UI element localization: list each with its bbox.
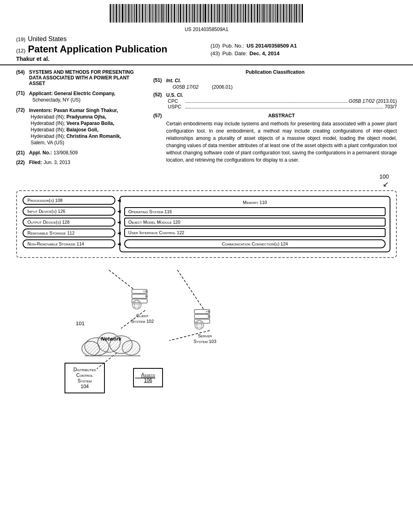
filed-num: (22) — [16, 160, 27, 165]
filed-section: (22) Filed: Jun. 3, 2013 — [16, 160, 145, 165]
inventor5-addr: Salem, VA (US) — [29, 140, 64, 145]
svg-rect-79 — [231, 4, 232, 23]
svg-rect-64 — [208, 4, 209, 23]
cpc-label: CPC — [168, 98, 184, 104]
network-text: Network — [101, 336, 121, 342]
svg-rect-24 — [147, 4, 147, 23]
svg-rect-6 — [119, 4, 120, 23]
assets-label: Assets106 — [141, 372, 155, 383]
svg-rect-14 — [131, 4, 132, 23]
svg-rect-103 — [268, 4, 269, 23]
int-cl-label: Int. Cl. — [166, 78, 181, 83]
svg-rect-7 — [121, 4, 121, 23]
svg-rect-81 — [234, 4, 235, 23]
main-content: (54) SYSTEMS AND METHODS FOR PRESENTING … — [0, 65, 413, 169]
svg-rect-106 — [273, 4, 273, 23]
title-section: (54) SYSTEMS AND METHODS FOR PRESENTING … — [16, 69, 145, 86]
svg-point-144 — [145, 295, 148, 297]
removable-storage-label: Removable Storage 112 — [27, 231, 75, 235]
svg-rect-5 — [118, 4, 118, 23]
filed-value: Jun. 3, 2013 — [44, 160, 70, 165]
comm-connections-label: Communication Connection(s) 124 — [222, 241, 288, 246]
object-model-label: Object Model Module 120 — [128, 220, 180, 224]
svg-rect-75 — [225, 4, 226, 23]
svg-rect-41 — [173, 4, 173, 23]
svg-rect-71 — [219, 4, 220, 23]
left-column: (54) SYSTEMS AND METHODS FOR PRESENTING … — [16, 69, 145, 169]
svg-rect-74 — [223, 4, 224, 23]
us-cl-label: U.S. Cl. — [166, 92, 183, 98]
svg-rect-118 — [291, 4, 292, 23]
int-cl-value: G05B 17/02 — [166, 84, 198, 90]
svg-rect-88 — [245, 4, 246, 23]
svg-rect-140 — [132, 289, 147, 293]
svg-rect-48 — [183, 4, 184, 23]
memory-label: Memory 110 — [124, 200, 386, 205]
inventor3-name: Veera Paparao Bolla, — [67, 121, 115, 126]
svg-rect-69 — [216, 4, 216, 23]
svg-rect-111 — [280, 4, 281, 23]
diagram-area: 100 ↙ Processor(s) 108 ◄ Input Device(s)… — [0, 173, 413, 407]
patent-header: (19) United States (12) Patent Applicati… — [0, 34, 413, 65]
svg-point-155 — [208, 315, 210, 318]
right-column: Publication Classification (51) Int. Cl.… — [153, 69, 397, 169]
svg-rect-2 — [113, 4, 114, 23]
svg-rect-98 — [261, 4, 261, 23]
svg-rect-29 — [154, 4, 154, 23]
svg-rect-65 — [210, 4, 210, 23]
ui-control-label: User Interface Control 122 — [128, 230, 184, 235]
svg-rect-100 — [263, 4, 265, 23]
int-cl-year: (2006.01) — [212, 84, 232, 90]
dcs-label: DistributedControlSystem104 — [73, 367, 96, 389]
svg-rect-99 — [262, 4, 263, 23]
svg-rect-60 — [202, 4, 202, 23]
applicant-num: (71) — [16, 90, 27, 103]
header-left: (19) United States (12) Patent Applicati… — [16, 35, 202, 62]
svg-rect-80 — [233, 4, 234, 23]
svg-rect-40 — [171, 4, 172, 23]
svg-rect-17 — [136, 4, 137, 23]
svg-rect-3 — [115, 4, 115, 23]
inventor1-name: Pavan Kumar Singh Thakur, — [54, 108, 118, 113]
svg-rect-9 — [124, 4, 125, 23]
svg-rect-102 — [267, 4, 267, 23]
svg-rect-18 — [138, 4, 138, 23]
applicant-section: (71) Applicant: General Electric Company… — [16, 90, 145, 103]
country: United States — [28, 35, 67, 43]
abstract-num: (57) — [153, 113, 165, 164]
svg-rect-32 — [159, 4, 159, 23]
svg-rect-16 — [134, 4, 135, 23]
svg-rect-70 — [217, 4, 218, 23]
svg-rect-33 — [160, 4, 161, 23]
abstract-text: Certain embodiments may include systems … — [166, 120, 397, 164]
memory-block: Memory 110 Operating System 116 Object M… — [119, 196, 390, 252]
svg-rect-101 — [265, 4, 266, 23]
pub-date-label: Pub. Date: — [222, 50, 247, 56]
appl-no-section: (21) Appl. No.: 13/908,509 — [16, 150, 145, 156]
svg-rect-25 — [148, 4, 148, 23]
object-model-item: Object Model Module 120 — [124, 218, 386, 227]
svg-rect-53 — [191, 4, 191, 23]
svg-rect-46 — [180, 4, 181, 23]
server-system: ServerSystem 103 — [194, 306, 216, 345]
svg-rect-62 — [204, 4, 206, 23]
inventor4-addr: Hyderabad (IN); — [29, 133, 65, 139]
svg-rect-110 — [279, 4, 280, 23]
svg-point-142 — [143, 291, 145, 292]
svg-point-153 — [206, 311, 207, 312]
int-cl-num: (51) — [153, 77, 165, 90]
inventor4-name: Balajose Goli, — [67, 127, 98, 133]
processors-item: Processor(s) 108 ◄ — [23, 196, 115, 205]
dcs-box: DistributedControlSystem104 — [65, 363, 105, 393]
svg-rect-85 — [240, 4, 241, 23]
svg-rect-90 — [248, 4, 249, 23]
processors-label: Processor(s) 108 — [27, 198, 63, 203]
patent-type: Patent Application Publication — [28, 44, 167, 55]
removable-storage-item: Removable Storage 112 ◄ — [23, 229, 115, 237]
non-removable-storage-label: Non-Removable Storage 114 — [27, 241, 84, 246]
svg-rect-120 — [294, 4, 295, 23]
inventors-num: (72) — [16, 107, 27, 146]
svg-rect-27 — [151, 4, 152, 23]
inventors-label: Inventors: — [29, 108, 52, 113]
svg-rect-154 — [194, 314, 210, 318]
